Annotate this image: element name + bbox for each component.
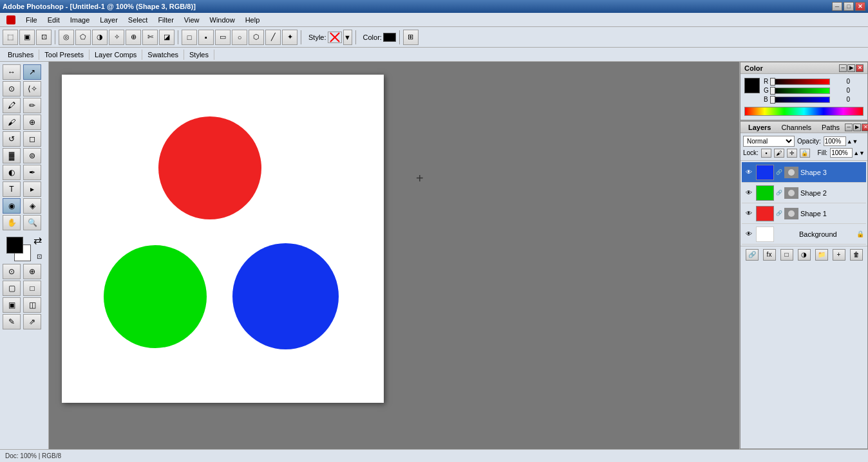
menu-adobe[interactable]: [1, 14, 21, 25]
canvas-area[interactable]: +: [49, 62, 739, 449]
tool-history-brush[interactable]: ↺: [3, 131, 21, 147]
tool-screen-full2[interactable]: ▣: [3, 297, 21, 313]
tool-single-row[interactable]: ⊡: [36, 30, 52, 45]
lock-image-btn[interactable]: 🖌: [774, 149, 784, 158]
lock-all-btn[interactable]: 🔒: [800, 149, 810, 158]
tool-lasso[interactable]: ◎: [59, 30, 74, 45]
style-preview[interactable]: [328, 32, 342, 43]
menu-help[interactable]: Help: [240, 15, 265, 25]
tool-screen-normal[interactable]: ▢: [3, 281, 21, 296]
tool-move[interactable]: ↔: [3, 64, 21, 80]
minimize-button[interactable]: ─: [832, 2, 842, 11]
color-swatch[interactable]: [383, 33, 396, 42]
tool-hand[interactable]: ✋: [3, 215, 21, 230]
color-panel-minimize[interactable]: ─: [839, 64, 847, 72]
tab-layers[interactable]: Layers: [743, 123, 776, 132]
panel-tab-swatches[interactable]: Swatches: [142, 50, 184, 60]
tool-clone[interactable]: ⊕: [23, 115, 41, 130]
layer-shape3[interactable]: 👁 🔗 Shape 3: [742, 162, 866, 183]
tool-screen-full[interactable]: □: [23, 281, 41, 296]
g-slider[interactable]: [772, 88, 830, 94]
b-slider[interactable]: [772, 97, 830, 103]
layer-eye-shape1[interactable]: 👁: [744, 208, 754, 219]
layers-mask-btn[interactable]: □: [780, 249, 793, 261]
tool-brush[interactable]: 🖌: [3, 115, 21, 130]
layers-group-btn[interactable]: 📁: [815, 249, 828, 261]
layer-eye-background[interactable]: 👁: [744, 229, 754, 239]
fill-stepper[interactable]: ▲▼: [853, 150, 865, 156]
r-slider[interactable]: [772, 79, 830, 85]
tab-paths[interactable]: Paths: [816, 123, 845, 132]
layers-new-btn[interactable]: +: [833, 249, 845, 261]
tool-poly-lasso[interactable]: ⬠: [75, 30, 91, 45]
layer-eye-shape2[interactable]: 👁: [744, 188, 754, 198]
tool-slice[interactable]: ✄: [142, 30, 158, 45]
tool-slice-select[interactable]: ◪: [159, 30, 175, 45]
tool-spot-heal[interactable]: ✏: [23, 98, 41, 113]
tool-quick-mask-off[interactable]: ⊕: [23, 264, 41, 279]
tool-quick-mask[interactable]: ⊙: [3, 264, 21, 279]
tool-text[interactable]: T: [3, 181, 21, 197]
tool-magic-t[interactable]: ⟨✧: [23, 81, 41, 97]
layers-adj-btn[interactable]: ◑: [798, 249, 811, 261]
layer-eye-shape3[interactable]: 👁: [744, 167, 754, 178]
tool-arrow[interactable]: ↗: [23, 64, 41, 80]
opacity-input[interactable]: [824, 136, 846, 146]
tab-channels[interactable]: Channels: [776, 123, 816, 132]
tool-zoom[interactable]: 🔍: [23, 215, 41, 230]
foreground-color[interactable]: [6, 237, 23, 254]
tool-magic-wand[interactable]: ✧: [109, 30, 124, 45]
lock-transparent-btn[interactable]: ▪: [761, 149, 771, 158]
tool-shape[interactable]: ◉: [3, 198, 21, 214]
layers-fx-btn[interactable]: fx: [763, 249, 776, 261]
style-dropdown[interactable]: ▼: [343, 30, 352, 45]
layers-panel-minimize[interactable]: ─: [845, 124, 853, 131]
tool-path-select[interactable]: ▸: [23, 181, 41, 197]
panel-tab-brushes[interactable]: Brushes: [3, 50, 39, 60]
shape-custom[interactable]: ✦: [282, 30, 297, 45]
panel-tab-layer-comps[interactable]: Layer Comps: [90, 50, 142, 60]
layer-background[interactable]: 👁 Background 🔒: [742, 224, 866, 245]
tool-rect-marquee[interactable]: ▣: [19, 30, 35, 45]
shape-circle[interactable]: ○: [232, 30, 247, 45]
blend-mode-select[interactable]: Normal Dissolve Multiply Screen Overlay: [743, 136, 795, 147]
close-button[interactable]: ✕: [855, 2, 865, 11]
menu-select[interactable]: Select: [123, 15, 153, 25]
shape-line[interactable]: ╱: [265, 30, 281, 45]
layers-link-btn[interactable]: 🔗: [746, 249, 759, 261]
menu-view[interactable]: View: [179, 15, 205, 25]
panel-tab-tool-presets[interactable]: Tool Presets: [39, 50, 90, 60]
menu-edit[interactable]: Edit: [42, 15, 65, 25]
tool-pen[interactable]: ✒: [23, 165, 41, 180]
menu-file[interactable]: File: [21, 15, 42, 25]
color-panel-options[interactable]: ▶: [847, 64, 855, 72]
screen-mode-btn[interactable]: ⊞: [403, 30, 419, 45]
fill-input[interactable]: [830, 148, 853, 158]
layers-panel-options[interactable]: ▶: [853, 124, 861, 131]
tool-gradient[interactable]: ▓: [3, 148, 21, 163]
swap-colors-icon[interactable]: ⇄: [33, 234, 42, 246]
tool-magnetic-lasso[interactable]: ◑: [92, 30, 108, 45]
menu-image[interactable]: Image: [65, 15, 95, 25]
tool-marquee[interactable]: ⬚: [3, 30, 18, 45]
tool-edit[interactable]: ✎: [3, 314, 21, 329]
tool-crop[interactable]: ⊕: [126, 30, 141, 45]
tool-3d[interactable]: ◈: [23, 198, 41, 214]
tool-eraser[interactable]: ◻: [23, 131, 41, 147]
tool-eyedropper[interactable]: 🖍: [3, 98, 21, 113]
maximize-button[interactable]: □: [844, 2, 854, 11]
color-spectrum[interactable]: [744, 107, 863, 116]
layer-shape1[interactable]: 👁 🔗 Shape 1: [742, 203, 866, 224]
tool-screen-full3[interactable]: ◫: [23, 297, 41, 313]
shape-rect-outline[interactable]: □: [182, 30, 197, 45]
lock-position-btn[interactable]: ✛: [787, 149, 797, 158]
menu-window[interactable]: Window: [205, 15, 240, 25]
layer-shape2[interactable]: 👁 🔗 Shape 2: [742, 183, 866, 203]
shape-poly[interactable]: ⬡: [249, 30, 264, 45]
layers-panel-close[interactable]: ✕: [862, 124, 868, 131]
opacity-stepper[interactable]: ▲▼: [847, 138, 858, 145]
tool-lasso-t[interactable]: ⊙: [3, 81, 21, 97]
tool-blur[interactable]: ⊚: [23, 148, 41, 163]
shape-rect-fill[interactable]: ▪: [198, 30, 214, 45]
panel-tab-styles[interactable]: Styles: [184, 50, 214, 60]
